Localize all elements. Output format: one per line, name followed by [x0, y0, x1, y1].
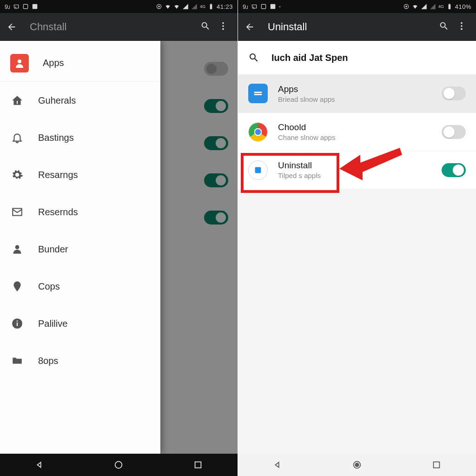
folder-icon: [10, 354, 24, 368]
back-icon[interactable]: [245, 22, 255, 32]
drawer-item-label: Palilive: [38, 318, 67, 329]
navigation-bar: [238, 454, 476, 476]
drawer-item-apps[interactable]: Apps: [0, 45, 160, 82]
drawer-item[interactable]: Cops: [0, 268, 160, 305]
app-row-choold[interactable]: Choold Chane slnow apps: [238, 112, 476, 151]
drawer-item-label: Bunder: [38, 244, 68, 255]
svg-point-7: [222, 25, 224, 27]
nav-home-icon[interactable]: [113, 460, 124, 470]
screenshot-icon: [22, 3, 29, 10]
search-icon: [248, 52, 259, 63]
wifi-icon: [165, 3, 171, 10]
navigation-bar: [0, 454, 238, 476]
svg-rect-26: [254, 92, 262, 93]
svg-rect-14: [17, 321, 18, 322]
toggle[interactable]: [442, 125, 466, 139]
chrome-icon: [248, 122, 268, 142]
svg-rect-21: [448, 4, 450, 9]
app-row-uninstall[interactable]: Uninstall Tilped s appls: [238, 151, 476, 189]
search-button[interactable]: [436, 18, 452, 36]
svg-rect-22: [449, 4, 450, 4]
svg-point-25: [461, 28, 463, 30]
image-icon: [32, 3, 38, 10]
status-text: 9ᴊ: [5, 3, 10, 10]
content-area: Apps Guherals Bastings Resarngs Resernds: [0, 41, 238, 454]
app-row-apps[interactable]: Apps Briead slnow apps: [238, 74, 476, 112]
drawer-item-label: Apps: [43, 58, 64, 68]
phone-screenshot-left: 9ᴊ 4G 41:23 Chnstall: [0, 0, 238, 476]
svg-rect-28: [255, 167, 261, 173]
drawer-item[interactable]: Bastings: [0, 119, 160, 156]
bell-icon: [10, 131, 24, 145]
app-bar: Chnstall: [0, 13, 238, 41]
screenshot-icon: [260, 3, 267, 10]
svg-point-31: [355, 463, 359, 467]
signal-icon: [191, 3, 198, 10]
signal-icon: [182, 3, 189, 10]
uninstall-icon: [248, 160, 268, 180]
drawer-item-label: Resarngs: [38, 170, 78, 180]
content-area: Iuch aid Jat Spen Apps Briead slnow apps…: [238, 41, 476, 454]
svg-point-3: [158, 6, 160, 7]
gear-icon: [10, 168, 24, 182]
svg-rect-4: [210, 4, 212, 9]
svg-point-8: [222, 28, 224, 30]
drawer-item-label: 8ops: [38, 356, 58, 366]
drawer-item[interactable]: Resernds: [0, 193, 160, 231]
drawer-item[interactable]: 8ops: [0, 342, 160, 379]
overflow-button[interactable]: [215, 18, 231, 36]
drawer-item[interactable]: Resarngs: [0, 156, 160, 193]
network-text: 4G: [438, 4, 444, 9]
avatar-icon: [10, 54, 29, 73]
toggle[interactable]: [442, 86, 466, 100]
svg-rect-18: [271, 4, 276, 9]
wifi-icon: [173, 3, 180, 10]
svg-rect-16: [195, 462, 201, 468]
info-icon: [10, 317, 24, 331]
nav-back-icon[interactable]: [34, 460, 45, 470]
svg-rect-5: [211, 4, 212, 4]
drawer-item[interactable]: Bunder: [0, 231, 160, 268]
drawer-item[interactable]: Guherals: [0, 82, 160, 119]
svg-point-20: [405, 6, 407, 7]
app-bar-title: Uninstall: [268, 21, 434, 33]
phone-screenshot-right: 9ᴊ • 4G 410% Uninstall: [238, 0, 476, 476]
nav-home-icon[interactable]: [352, 460, 362, 470]
nav-back-icon[interactable]: [272, 460, 283, 470]
toggle[interactable]: [442, 163, 466, 177]
nav-recents-icon[interactable]: [193, 460, 203, 470]
status-time: 410%: [455, 3, 471, 10]
signal-icon: [430, 3, 436, 10]
app-bar: Uninstall: [238, 13, 476, 41]
back-icon[interactable]: [7, 22, 17, 32]
svg-rect-27: [254, 94, 262, 95]
nav-recents-icon[interactable]: [431, 460, 442, 470]
apps-icon: [248, 84, 268, 103]
status-bar: 9ᴊ • 4G 410%: [238, 0, 476, 13]
drawer-item-label: Guherals: [38, 95, 76, 106]
search-icon: [439, 21, 449, 31]
drawer-item[interactable]: Palilive: [0, 305, 160, 342]
more-vert-icon: [218, 21, 228, 31]
drawer-item-label: Cops: [38, 281, 60, 292]
drawer-item-label: Resernds: [38, 207, 78, 218]
signal-icon: [421, 3, 427, 10]
svg-point-23: [461, 22, 463, 24]
app-subtitle: Tilped s appls: [278, 172, 431, 179]
cast-icon: [251, 3, 258, 10]
app-subtitle: Chane slnow apps: [278, 133, 431, 141]
search-button[interactable]: [198, 18, 213, 36]
app-title: Apps: [278, 84, 431, 94]
app-title: Uninstall: [278, 160, 431, 171]
svg-point-15: [115, 462, 122, 469]
svg-point-11: [15, 245, 20, 249]
svg-rect-13: [17, 323, 18, 326]
navigation-drawer: Apps Guherals Bastings Resarngs Resernds: [0, 41, 160, 454]
app-title: Choold: [278, 122, 431, 132]
svg-rect-17: [262, 4, 266, 8]
overflow-button[interactable]: [454, 18, 469, 36]
search-row[interactable]: Iuch aid Jat Spen: [238, 41, 476, 74]
target-icon: [156, 3, 162, 10]
status-text: 9ᴊ: [243, 3, 248, 10]
more-vert-icon: [456, 21, 467, 31]
